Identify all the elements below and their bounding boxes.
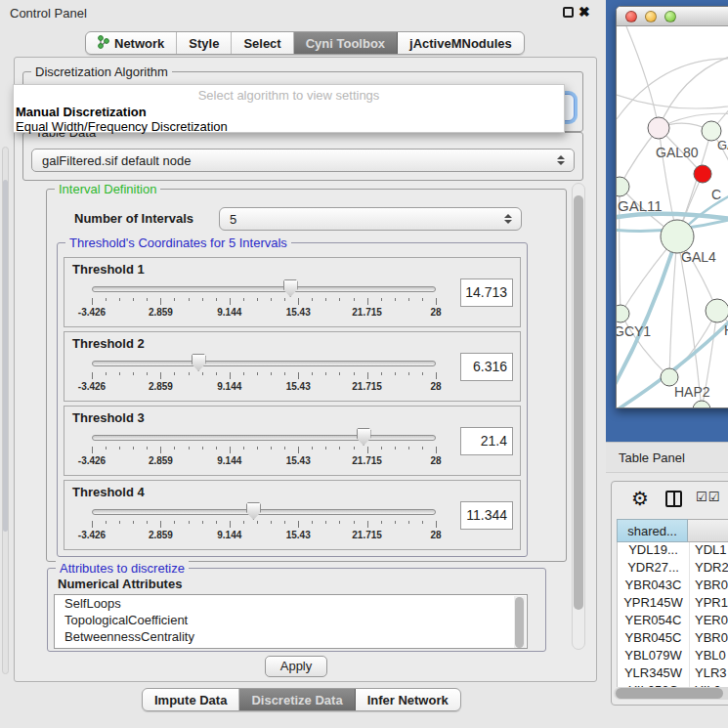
gear-icon[interactable]: ⚙ [631,487,649,510]
cell-name[interactable]: YER0 [689,613,728,630]
attribute-list-item[interactable]: TopologicalCoefficient [55,612,527,628]
threshold-slider-thumb[interactable] [246,502,261,520]
threshold-label: Threshold 4 [72,485,145,499]
network-node-c[interactable] [694,165,711,183]
table-data-combobox-value: galFiltered.sif default node [42,153,191,168]
network-canvas[interactable]: GAL80GACGAL11GAL4GCY1HHAP2 [617,26,728,408]
threshold-slider-track[interactable] [92,286,436,292]
tab-infer-network[interactable]: Infer Network [356,689,460,710]
cell-shared-name[interactable]: YDL19... [618,542,689,560]
tab-select[interactable]: Select [232,32,293,54]
close-traffic-light-icon[interactable] [625,11,637,22]
threshold-slider-thumb[interactable] [283,279,298,297]
cell-name[interactable]: YPR1 [689,595,728,613]
data-table: shared... name YDL19...YDL1YDR27...YDR2Y… [617,519,728,687]
slider-ticks [92,521,436,529]
cell-shared-name[interactable]: YLR345W [618,665,689,683]
attribute-list-item[interactable]: SelfLoops [55,595,527,612]
tab-impute-data[interactable]: Impute Data [143,689,239,710]
network-node[interactable] [693,401,710,408]
checkboxes-icon[interactable]: ☑☑ [696,490,720,504]
top-tab-bar: Network Style Select Cyni Toolbox jActiv… [85,31,525,55]
threshold-slider-track[interactable] [92,435,436,441]
threshold-value-field[interactable]: 21.4 [460,427,513,455]
number-of-intervals-combobox[interactable]: 5 [219,207,522,231]
dropdown-option-equal-width-frequency[interactable]: Equal Width/Frequency Discretization [14,119,564,134]
attribute-list-item[interactable]: BetweennessCentrality [55,628,527,645]
tab-style[interactable]: Style [177,32,232,54]
table-row[interactable]: YBR043CYBR0 [618,578,728,595]
left-thin-scrollbar[interactable] [2,147,9,674]
threshold-panel-3: Threshold 3-3.4262.8599.14415.4321.71528… [64,406,521,476]
cell-name[interactable]: YBR0 [689,630,728,648]
cell-name[interactable]: YLR3 [689,665,728,683]
network-node-gal4[interactable] [661,220,694,253]
cell-name[interactable]: YDR2 [689,560,728,578]
algorithm-dropdown-popup: Select algorithm to view settings Manual… [13,84,565,133]
table-data-combobox[interactable]: galFiltered.sif default node [31,149,575,172]
table-data-group: Table Data galFiltered.sif default node [22,132,583,181]
cell-name[interactable]: YBL0 [689,648,728,665]
cell-shared-name[interactable]: YBR045C [618,630,689,648]
table-panel-title: Table Panel [619,450,685,465]
node-label: HAP2 [674,384,710,400]
tab-network[interactable]: Network [86,32,177,54]
tab-cyni-toolbox[interactable]: Cyni Toolbox [294,32,398,54]
cell-shared-name[interactable]: YER054C [618,613,689,630]
combo-stepper-icon [504,214,512,224]
number-of-intervals-value: 5 [230,212,236,227]
columns-icon[interactable] [665,491,682,507]
close-icon[interactable]: ✖ [578,4,590,20]
network-node-gal80[interactable] [648,117,669,139]
network-node-h[interactable] [706,299,728,322]
column-header-name[interactable]: name [688,519,728,542]
table-row[interactable]: YBL079WYBL0 [618,648,728,665]
cell-shared-name[interactable]: YPR145W [618,595,689,613]
threshold-slider-track[interactable] [92,361,436,366]
threshold-value-field[interactable]: 11.344 [460,501,513,530]
network-node-gcy1[interactable] [617,305,629,322]
cell-name[interactable]: YDL1 [689,542,728,560]
table-row[interactable]: YBR045CYBR0 [618,630,728,648]
table-horizontal-scrollbar[interactable] [614,687,728,700]
slider-tick-labels: -3.4262.8599.14415.4321.71528 [92,381,436,393]
table-panel-header: Table Panel [606,442,728,473]
node-label: H [724,322,728,338]
column-header-shared-name[interactable]: shared... [617,519,688,542]
table-row[interactable]: YPR145WYPR1 [618,595,728,613]
table-row[interactable]: YER054CYER0 [618,613,728,630]
minimize-traffic-light-icon[interactable] [645,11,657,22]
threshold-value-field[interactable]: 6.316 [460,353,513,381]
interval-definition-group: Interval Definition Number of Intervals … [46,189,567,562]
threshold-slider-track[interactable] [92,509,436,515]
threshold-value-field[interactable]: 14.713 [460,278,513,307]
panel-vertical-scrollbar[interactable] [572,183,585,650]
threshold-panel-2: Threshold 2-3.4262.8599.14415.4321.71528… [64,331,521,402]
dropdown-option-manual-discretization[interactable]: Manual Discretization [14,105,564,119]
table-row[interactable]: YDR27...YDR2 [618,560,728,578]
control-panel: Control Panel ✖ Network Style Select Cyn… [0,0,606,728]
tab-discretize-data[interactable]: Discretize Data [239,689,355,710]
threshold-slider-thumb[interactable] [192,354,206,371]
threshold-panels: Threshold 1-3.4262.8599.14415.4321.71528… [64,257,521,554]
network-view-window[interactable]: GAL80GACGAL11GAL4GCY1HHAP2 [616,6,728,408]
tab-jactivemnodules[interactable]: jActiveMNodules [398,32,524,54]
interval-definition-title: Interval Definition [55,182,160,196]
float-window-icon[interactable] [563,7,574,18]
table-toolbar: ⚙ ☑☑ [612,486,728,515]
network-node-gal11[interactable] [617,177,629,196]
numerical-attributes-list[interactable]: SelfLoopsTopologicalCoefficientBetweenne… [54,594,528,649]
attributes-list-scrollbar[interactable] [514,596,526,649]
cell-shared-name[interactable]: YBL079W [618,648,689,665]
table-row[interactable]: YLR345WYLR3 [618,665,728,683]
combo-stepper-icon [557,155,565,165]
table-row[interactable]: YDL19...YDL1 [618,542,728,560]
apply-button[interactable]: Apply [265,656,327,677]
threshold-slider-thumb[interactable] [357,428,371,446]
cell-name[interactable]: YBR0 [689,578,728,595]
cell-shared-name[interactable]: YBR043C [618,578,689,595]
cell-shared-name[interactable]: YDR27... [618,560,689,578]
zoom-traffic-light-icon[interactable] [664,11,676,22]
threshold-panel-4: Threshold 4-3.4262.8599.14415.4321.71528… [64,480,521,550]
cyni-toolbox-panel: Discretization Algorithm Select algorith… [14,57,597,682]
